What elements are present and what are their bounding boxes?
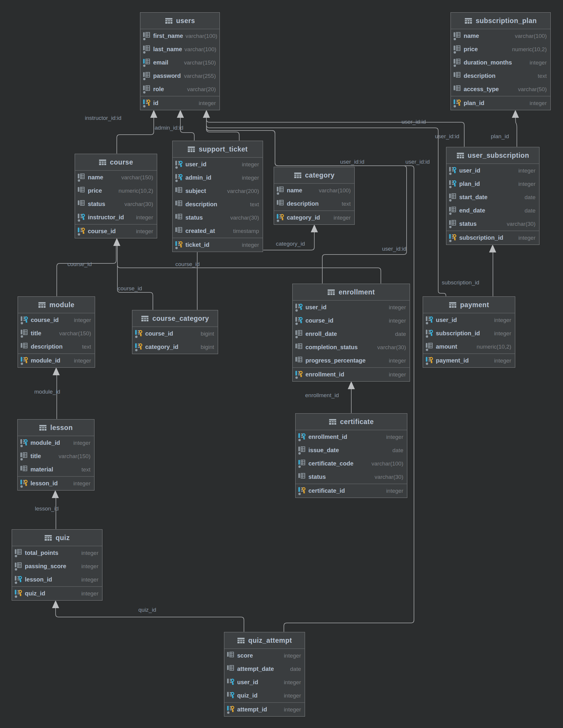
column-row-status[interactable]: statusvarchar(30) (75, 197, 157, 211)
column-row-name[interactable]: namevarchar(150) (75, 171, 157, 184)
table-header-enrollment[interactable]: enrollment (293, 284, 409, 301)
column-row-module_id[interactable]: module_idinteger (18, 354, 95, 367)
column-row-enrollment_id[interactable]: enrollment_idinteger (296, 430, 407, 444)
column-row-user_id[interactable]: user_idinteger (423, 313, 515, 327)
column-row-instructor_id[interactable]: instructor_idinteger (75, 211, 157, 224)
column-row-subscription_id[interactable]: subscription_idinteger (446, 231, 539, 244)
column-row-course_id[interactable]: course_idinteger (18, 313, 95, 327)
table-header-quiz[interactable]: quiz (12, 530, 102, 546)
column-row-status[interactable]: statusvarchar(30) (446, 217, 539, 231)
column-row-subscription_id[interactable]: subscription_idinteger (423, 327, 515, 340)
column-row-email[interactable]: emailvarchar(150) (141, 56, 220, 69)
column-row-name[interactable]: namevarchar(100) (451, 29, 550, 43)
column-row-plan_id[interactable]: plan_idinteger (451, 96, 550, 110)
column-row-role[interactable]: rolevarchar(20) (141, 83, 220, 96)
column-row-attempt_id[interactable]: attempt_idinteger (225, 703, 304, 716)
column-row-user_id[interactable]: user_idinteger (225, 676, 304, 689)
column-row-description[interactable]: descriptiontext (18, 340, 95, 353)
column-row-description[interactable]: descriptiontext (173, 198, 263, 211)
column-row-material[interactable]: materialtext (18, 463, 94, 476)
column-icon (175, 200, 183, 209)
table-header-course[interactable]: course (75, 154, 157, 171)
table-header-quiz_attempt[interactable]: quiz_attempt (225, 632, 304, 649)
column-row-price[interactable]: pricenumeric(10,2) (451, 43, 550, 56)
table-header-course_category[interactable]: course_category (133, 310, 218, 327)
column-row-ticket_id[interactable]: ticket_idinteger (173, 238, 263, 252)
table-module[interactable]: modulecourse_idintegertitlevarchar(150)d… (17, 296, 95, 368)
column-name: attempt_date (237, 666, 274, 672)
column-row-lesson_id[interactable]: lesson_idinteger (18, 477, 94, 490)
column-row-status[interactable]: statusvarchar(30) (173, 211, 263, 224)
table-header-support_ticket[interactable]: support_ticket (173, 141, 263, 158)
table-header-category[interactable]: category (274, 167, 354, 184)
column-row-certificate_id[interactable]: certificate_idinteger (296, 484, 407, 497)
column-row-passing_score[interactable]: passing_scoreinteger (12, 560, 102, 573)
column-row-price[interactable]: pricenumeric(10,2) (75, 184, 157, 197)
column-row-payment_id[interactable]: payment_idinteger (423, 354, 515, 367)
column-row-plan_id[interactable]: plan_idinteger (446, 177, 539, 191)
column-row-enroll_date[interactable]: enroll_datedate (293, 327, 409, 341)
table-header-subscription_plan[interactable]: subscription_plan (451, 13, 550, 29)
column-type: integer (389, 304, 406, 311)
column-row-progress_percentage[interactable]: progress_percentageinteger (293, 354, 409, 367)
column-row-enrollment_id[interactable]: enrollment_idinteger (293, 368, 409, 381)
table-course_category[interactable]: course_categorycourse_idbigintcategory_i… (132, 310, 218, 354)
column-row-amount[interactable]: amountnumeric(10,2) (423, 340, 515, 353)
column-row-certificate_code[interactable]: certificate_codevarchar(100) (296, 457, 407, 470)
column-row-lesson_id[interactable]: lesson_idinteger (12, 573, 102, 586)
column-row-start_date[interactable]: start_datedate (446, 191, 539, 204)
column-row-course_id[interactable]: course_idinteger (75, 225, 157, 238)
column-row-subject[interactable]: subjectvarchar(200) (173, 184, 263, 198)
column-row-issue_date[interactable]: issue_datedate (296, 444, 407, 457)
column-row-title[interactable]: titlevarchar(150) (18, 327, 95, 340)
table-subscription_plan[interactable]: subscription_plannamevarchar(100)pricenu… (450, 12, 551, 110)
column-row-name[interactable]: namevarchar(100) (274, 184, 354, 197)
table-quiz[interactable]: quiztotal_pointsintegerpassing_scoreinte… (12, 529, 103, 601)
column-row-completion_status[interactable]: completion_statusvarchar(30) (293, 341, 409, 354)
column-row-user_id[interactable]: user_idinteger (173, 158, 263, 171)
column-row-total_points[interactable]: total_pointsinteger (12, 546, 102, 560)
table-header-user_subscription[interactable]: user_subscription (446, 147, 539, 164)
column-row-category_id[interactable]: category_idinteger (274, 211, 354, 224)
column-row-password[interactable]: passwordvarchar(255) (141, 69, 220, 83)
table-users[interactable]: usersfirst_namevarchar(100)last_namevarc… (140, 12, 220, 110)
column-row-id[interactable]: idinteger (141, 96, 220, 110)
column-row-status[interactable]: statusvarchar(30) (296, 470, 407, 484)
table-header-payment[interactable]: payment (423, 297, 515, 313)
table-support_ticket[interactable]: support_ticketuser_idintegeradmin_idinte… (172, 141, 263, 252)
table-course[interactable]: coursenamevarchar(150)pricenumeric(10,2)… (75, 154, 157, 239)
column-row-user_id[interactable]: user_idinteger (446, 164, 539, 177)
column-row-description[interactable]: descriptiontext (451, 69, 550, 83)
column-row-end_date[interactable]: end_datedate (446, 204, 539, 217)
table-category[interactable]: categorynamevarchar(100)descriptiontextc… (274, 167, 355, 225)
table-payment[interactable]: paymentuser_idintegersubscription_idinte… (422, 296, 515, 368)
column-row-quiz_id[interactable]: quiz_idinteger (225, 689, 304, 702)
table-header-users[interactable]: users (141, 13, 220, 29)
foreign-key-icon (227, 691, 235, 700)
table-header-certificate[interactable]: certificate (296, 414, 407, 430)
table-quiz_attempt[interactable]: quiz_attemptscoreintegerattempt_datedate… (224, 632, 305, 717)
table-header-module[interactable]: module (18, 297, 95, 313)
table-header-lesson[interactable]: lesson (18, 420, 94, 436)
table-certificate[interactable]: certificateenrollment_idintegerissue_dat… (295, 413, 407, 498)
column-row-quiz_id[interactable]: quiz_idinteger (12, 587, 102, 600)
column-row-module_id[interactable]: module_idinteger (18, 436, 94, 450)
column-row-score[interactable]: scoreinteger (225, 649, 304, 662)
column-row-created_at[interactable]: created_attimestamp (173, 224, 263, 238)
column-row-title[interactable]: titlevarchar(150) (18, 450, 94, 463)
column-row-category_id[interactable]: category_idbigint (133, 340, 218, 354)
column-row-access_type[interactable]: access_typevarchar(50) (451, 83, 550, 96)
column-row-description[interactable]: descriptiontext (274, 197, 354, 210)
column-name: progress_percentage (305, 357, 365, 364)
column-row-course_id[interactable]: course_idinteger (293, 314, 409, 327)
table-enrollment[interactable]: enrollmentuser_idintegercourse_idinteger… (292, 284, 410, 382)
column-row-first_name[interactable]: first_namevarchar(100) (141, 29, 220, 43)
column-row-attempt_date[interactable]: attempt_datedate (225, 662, 304, 676)
table-lesson[interactable]: lessonmodule_idintegertitlevarchar(150)m… (17, 419, 95, 491)
column-row-course_id[interactable]: course_idbigint (133, 327, 218, 340)
column-row-duration_months[interactable]: duration_monthsinteger (451, 56, 550, 69)
column-row-user_id[interactable]: user_idinteger (293, 301, 409, 314)
column-row-admin_id[interactable]: admin_idinteger (173, 171, 263, 184)
column-row-last_name[interactable]: last_namevarchar(100) (141, 43, 220, 56)
table-user_subscription[interactable]: user_subscriptionuser_idintegerplan_idin… (446, 147, 540, 245)
